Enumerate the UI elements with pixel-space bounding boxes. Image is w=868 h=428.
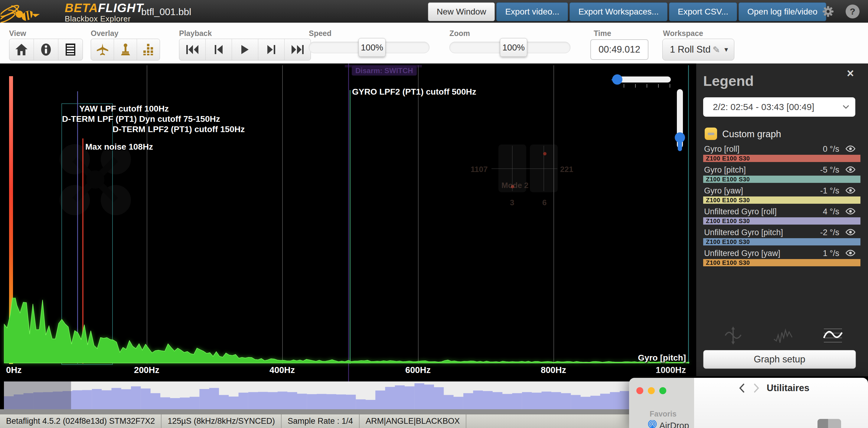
legend-item-name: Gyro [roll]	[704, 144, 740, 154]
legend-item-color-bar[interactable]: Z100 E100 S30	[703, 155, 861, 162]
sticks-icon	[120, 43, 131, 56]
legend-item-color-bar[interactable]: Z100 E100 S30	[703, 196, 861, 204]
header-button-export-csv[interactable]: Export CSV...	[669, 2, 737, 21]
craft-overlay-button[interactable]	[91, 39, 114, 60]
legend-item-name: Unfiltered Gyro [yaw]	[704, 249, 780, 258]
legend-item[interactable]: Unfiltered Gyro [pitch]-2 °/sZ100 E100 S…	[696, 228, 868, 249]
table-view-button[interactable]	[58, 39, 83, 60]
finder-sidebar-item-airdrop[interactable]: AirDrop	[659, 421, 689, 428]
legend-item-value: 1 °/s	[823, 249, 839, 258]
legend-item[interactable]: Gyro [pitch]-5 °/sZ100 E100 S30	[696, 165, 868, 186]
view-section-label: View	[9, 29, 26, 38]
finder-minimize-button[interactable]	[648, 387, 655, 394]
header-button-open-log-file-video[interactable]: Open log file/video	[739, 2, 826, 21]
visibility-eye-icon[interactable]	[845, 166, 856, 174]
finder-close-button[interactable]	[636, 387, 643, 394]
seekbar-played-shade	[4, 382, 71, 409]
jump-start-button[interactable]	[179, 39, 206, 60]
legend-item[interactable]: Gyro [roll]0 °/sZ100 E100 S30	[696, 144, 868, 165]
legend-item-badge: Z100 E100 S30	[703, 218, 750, 225]
legend-item-color-bar[interactable]: Z100 E100 S30	[703, 176, 861, 183]
legend-item-value: -5 °/s	[820, 165, 839, 175]
raw-waveform-icon[interactable]	[773, 326, 793, 345]
legend-item-name: Gyro [yaw]	[704, 186, 743, 196]
analyser-overlay-button[interactable]	[137, 39, 160, 60]
legend-item-color-bar[interactable]: Z100 E100 S30	[703, 259, 861, 266]
visibility-eye-icon[interactable]	[845, 208, 856, 216]
header-button-export-workspaces[interactable]: Export Workspaces...	[569, 2, 668, 21]
step-back-button[interactable]	[206, 39, 232, 60]
custom-graph-label: Custom graph	[722, 129, 781, 140]
log-range-selector[interactable]: 2/2: 02:54 - 03:43 [00:49]	[703, 97, 855, 117]
app-icon-partial-left[interactable]	[817, 419, 841, 428]
airdrop-icon	[648, 420, 657, 428]
header-button-export-video[interactable]: Export video...	[496, 2, 568, 21]
next-frame-icon	[267, 45, 275, 54]
legend-item[interactable]: Unfiltered Gyro [roll]4 °/sZ100 E100 S30	[696, 207, 868, 228]
brand-subtitle: Blackbox Explorer	[65, 15, 143, 23]
x-tick-label: 400Hz	[270, 365, 295, 375]
visibility-eye-icon[interactable]	[845, 250, 856, 258]
graph-zoom-knob-vertical-stem	[678, 140, 682, 151]
time-input[interactable]	[590, 39, 648, 60]
finder-favorites-label: Favoris	[650, 409, 677, 418]
legend-item-color-bar[interactable]: Z100 E100 S30	[703, 238, 861, 245]
rc-value-left: 1107	[471, 165, 488, 174]
legend-title: Legend	[703, 72, 754, 89]
workspace-section-label: Workspace	[663, 29, 703, 38]
header-button-new-window[interactable]: New Window	[428, 2, 495, 21]
workspace-edit-pencil-icon[interactable]: ✎	[713, 44, 720, 55]
workspace-caret-icon[interactable]: ▼	[723, 46, 729, 53]
legend-close-icon[interactable]: ×	[847, 66, 854, 80]
visibility-eye-icon[interactable]	[845, 187, 856, 195]
home-icon	[16, 44, 28, 55]
zoom-slider[interactable]: 100%	[450, 42, 570, 53]
legend-item-badge: Z100 E100 S30	[703, 155, 750, 162]
forward-chevron-icon[interactable]	[753, 383, 760, 393]
chevron-down-icon	[843, 105, 849, 109]
legend-item[interactable]: Unfiltered Gyro [yaw]1 °/sZ100 E100 S30	[696, 249, 868, 270]
filtered-sine-icon[interactable]	[823, 326, 843, 345]
help-icon[interactable]: ?	[846, 4, 860, 19]
expand-vertical-icon[interactable]	[723, 326, 743, 345]
stick-crosshair-h	[492, 168, 557, 169]
status-segment: 125µS (8kHz/8kHz/SYNCED)	[161, 415, 282, 428]
graph-zoom-knob-nub	[609, 77, 615, 83]
log-info-button[interactable]	[34, 39, 58, 60]
finder-window[interactable]: Favoris AirDrop Utilitaires	[629, 378, 868, 428]
legend-panel: × Legend 2/2: 02:54 - 03:43 [00:49] Cust…	[696, 63, 868, 376]
visibility-eye-icon[interactable]	[845, 229, 856, 237]
sticks-overlay-button[interactable]	[114, 39, 137, 60]
speed-slider-handle[interactable]: 100%	[359, 38, 385, 57]
finder-window-title: Utilitaires	[767, 383, 809, 394]
craft-plane-icon	[97, 43, 108, 56]
view-graphs-button[interactable]	[9, 39, 34, 60]
visibility-eye-icon[interactable]	[845, 145, 856, 154]
finder-sidebar: Favoris AirDrop	[629, 378, 694, 428]
step-forward-button[interactable]	[258, 39, 285, 60]
legend-item-value: -2 °/s	[820, 228, 839, 237]
status-segment: Betaflight 4.5.2 (024f8e13d) STM32F7X2	[0, 415, 161, 428]
table-list-icon	[65, 43, 75, 56]
zoom-slider-handle[interactable]: 100%	[500, 38, 527, 57]
prev-frame-icon	[215, 45, 223, 54]
spectrum-bars-icon	[143, 44, 154, 55]
finder-zoom-button[interactable]	[659, 387, 666, 394]
annotation-dterm-lpf2: D-TERM LPF2 (PT1) cutoff 150Hz	[113, 125, 245, 134]
legend-item-color-bar[interactable]: Z100 E100 S30	[703, 217, 861, 225]
workspace-selector[interactable]: 1 Roll Std ✎ ▼	[662, 39, 734, 61]
legend-item-name: Gyro [pitch]	[704, 165, 746, 175]
eye-icon	[845, 166, 856, 173]
custom-graph-collapse-button[interactable]	[705, 128, 717, 140]
info-icon	[41, 43, 51, 56]
legend-item-name: Unfiltered Gyro [pitch]	[704, 228, 783, 237]
play-button[interactable]	[232, 39, 258, 60]
legend-item[interactable]: Gyro [yaw]-1 °/sZ100 E100 S30	[696, 186, 868, 207]
legend-item-value: 4 °/s	[823, 207, 839, 217]
eye-icon	[845, 145, 856, 152]
settings-gear-icon[interactable]	[822, 5, 835, 18]
graph-setup-button[interactable]: Graph setup	[703, 350, 856, 369]
speed-slider[interactable]: 100%	[309, 42, 430, 53]
jump-end-button[interactable]	[285, 39, 311, 60]
back-chevron-icon[interactable]	[739, 383, 745, 393]
